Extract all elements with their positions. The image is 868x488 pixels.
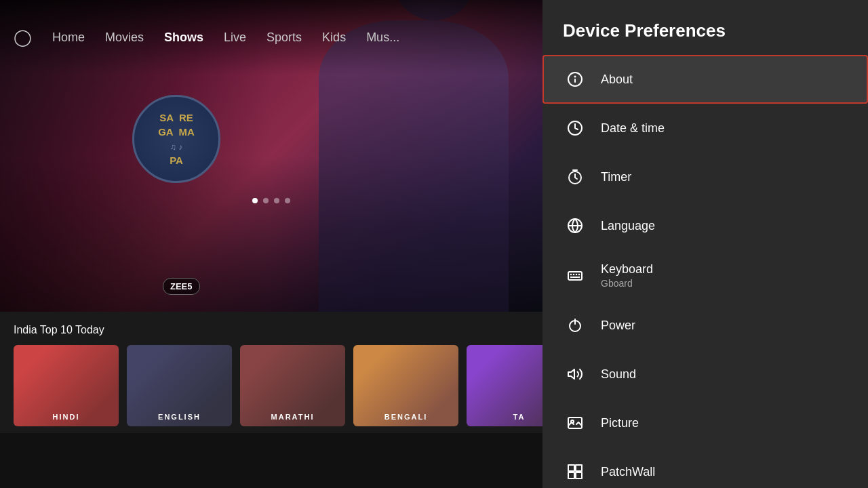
card-hindi[interactable]: HINDI [14,345,119,426]
globe-icon [563,214,587,238]
svg-rect-22 [568,465,574,471]
patchwall-label: PatchWall [601,465,655,479]
section-title: India Top 10 Today [14,324,529,340]
menu-item-about[interactable]: About [542,55,868,104]
carousel-dots [0,198,542,203]
card-ta[interactable]: TA [467,345,542,426]
keyboard-icon [563,264,587,288]
dot-3[interactable] [274,198,279,203]
language-content: Language [601,219,655,233]
background-content: SA REGA MA ♫ ♪ PA ZEE5 ◯ Home Movies Sho… [0,0,542,488]
menu-item-patchwall[interactable]: PatchWall [542,447,868,488]
nav-home[interactable]: Home [52,30,85,45]
svg-rect-23 [576,465,582,471]
nav-shows[interactable]: Shows [164,30,203,45]
picture-label: Picture [601,416,639,430]
card-ta-label: TA [467,413,542,421]
menu-item-keyboard[interactable]: Keyboard Gboard [542,250,868,301]
card-english[interactable]: ENGLISH [127,345,232,426]
menu-item-power[interactable]: Power [542,301,868,350]
menu-item-timer[interactable]: Timer [542,152,868,201]
device-preferences-panel: Device Preferences About Date & time [542,0,868,488]
card-marathi-label: MARATHI [240,413,345,421]
nav-sports[interactable]: Sports [267,30,302,45]
dot-1[interactable] [252,198,258,203]
patchwall-icon [563,460,587,484]
info-icon [563,67,587,92]
volume-icon [563,362,587,386]
top-nav: ◯ Home Movies Shows Live Sports Kids Mus… [0,0,542,75]
svg-marker-19 [568,369,574,379]
svg-rect-25 [576,472,582,479]
power-content: Power [601,319,635,333]
profile-icon[interactable]: ◯ [14,28,32,47]
dot-2[interactable] [263,198,269,203]
menu-item-date-time[interactable]: Date & time [542,104,868,152]
picture-icon [563,411,587,435]
timer-icon [563,165,587,189]
content-rows: India Top 10 Today HINDI ENGLISH MARATHI… [0,312,542,433]
menu-item-sound[interactable]: Sound [542,350,868,399]
card-bengali[interactable]: BENGALI [353,345,458,426]
patchwall-content: PatchWall [601,465,655,479]
keyboard-content: Keyboard Gboard [601,262,653,289]
nav-movies[interactable]: Movies [105,30,144,45]
sound-label: Sound [601,367,636,382]
svg-rect-9 [568,272,582,280]
content-row: HINDI ENGLISH MARATHI BENGALI TA [14,345,529,426]
card-english-label: ENGLISH [127,413,232,421]
nav-live[interactable]: Live [224,30,246,45]
hero-logo: SA REGA MA ♫ ♪ PA [132,95,220,183]
menu-item-language[interactable]: Language [542,201,868,250]
nav-kids[interactable]: Kids [322,30,346,45]
zee5-badge: ZEE5 [163,278,200,295]
sound-content: Sound [601,367,636,382]
menu-item-picture[interactable]: Picture [542,399,868,447]
language-label: Language [601,219,655,233]
keyboard-label: Keyboard [601,262,653,277]
about-label: About [601,73,633,87]
timer-content: Timer [601,170,631,184]
power-icon [563,313,587,338]
svg-rect-24 [568,472,574,479]
timer-label: Timer [601,170,631,184]
clock-icon [563,116,587,140]
card-hindi-label: HINDI [14,413,119,421]
card-bengali-label: BENGALI [353,413,458,421]
card-marathi[interactable]: MARATHI [240,345,345,426]
date-time-content: Date & time [601,121,665,136]
panel-title: Device Preferences [542,0,868,55]
power-label: Power [601,319,635,333]
keyboard-sublabel: Gboard [601,278,653,289]
dot-4[interactable] [285,198,290,203]
date-time-label: Date & time [601,121,665,136]
picture-content: Picture [601,416,639,430]
nav-music[interactable]: Mus... [366,30,399,45]
about-content: About [601,73,633,87]
